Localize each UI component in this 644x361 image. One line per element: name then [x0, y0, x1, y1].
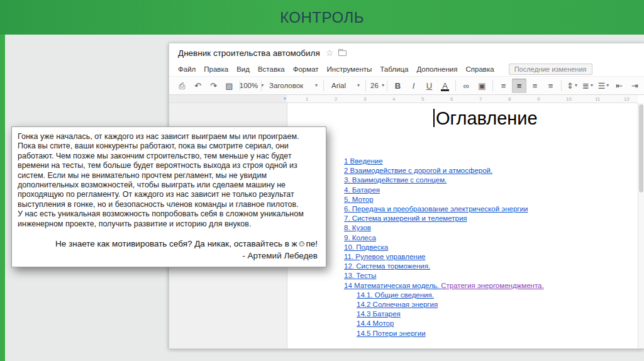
toc-link[interactable]: 14.3 Батарея — [357, 309, 638, 319]
align-justify-icon: ≡ — [548, 82, 553, 90]
align-right-button[interactable]: ≡ — [528, 79, 542, 93]
align-justify-button[interactable]: ≡ — [543, 79, 558, 93]
align-left-button[interactable]: ≡ — [496, 79, 511, 93]
quote-paragraph-2: У нас есть уникальная возможность попроб… — [18, 209, 319, 229]
font-family-dropdown[interactable]: Arial▾ — [327, 79, 362, 93]
toc-link[interactable]: 10. Подвеска — [344, 243, 638, 252]
line-spacing-dropdown[interactable]: ⇕▾ — [565, 79, 579, 93]
bulleted-list-dropdown[interactable]: ☰▾ — [596, 79, 611, 93]
toc-link[interactable]: 14.4 Мотор — [357, 319, 638, 328]
indent-marker-icon[interactable]: ▾ — [284, 96, 286, 101]
indent-increase-icon: ⇥ — [631, 82, 638, 90]
menu-item-4[interactable]: Вставка — [258, 65, 285, 73]
toc-link-text: 3. Взаимодействие с солнцем. — [344, 176, 447, 184]
quote-card: Гонка уже началась, от каждого из нас за… — [11, 126, 326, 267]
toc-link-text: 14 Математическая модель. — [344, 282, 441, 289]
toc-link[interactable]: 11. Рулевое управление — [344, 252, 638, 262]
redo-button[interactable]: ↷ — [206, 79, 221, 93]
font-family-value: Arial — [330, 82, 348, 89]
font-size-dropdown[interactable]: 26▾ — [369, 79, 384, 93]
toolbar-separator — [455, 81, 456, 91]
ruler-number: 12 — [624, 96, 630, 102]
line-spacing-icon: ⇕ — [567, 82, 574, 90]
ruler-number: 1 — [306, 96, 308, 102]
indent-decrease-button[interactable]: ⇤ — [612, 79, 626, 93]
underline-button[interactable]: U — [422, 79, 436, 93]
menu-item-1[interactable]: Файл — [178, 65, 196, 73]
toc-link[interactable]: 2 Взаимодействие с дорогой и атмосферой. — [344, 166, 638, 175]
toc-link[interactable]: 3. Взаимодействие с солнцем. — [344, 175, 638, 185]
font-size-value: 26 — [369, 82, 380, 89]
quote-author: - Артемий Лебедев — [18, 251, 319, 260]
undo-button[interactable]: ↶ — [191, 79, 205, 93]
toc-link[interactable]: 5. Мотор — [344, 195, 638, 204]
toc-link-text: 8. Кузов — [344, 224, 371, 231]
text-color-button[interactable]: A — [438, 79, 452, 93]
numbered-list-dropdown[interactable]: ≣▾ — [580, 79, 595, 93]
toc-link-text: 9. Колеса — [344, 234, 376, 242]
menu-item-7[interactable]: Таблица — [380, 65, 408, 73]
document-heading: Оглавление — [433, 108, 638, 129]
toc-link-text: 5. Мотор — [344, 196, 374, 203]
toc-link[interactable]: 8. Кузов — [344, 223, 638, 233]
italic-button[interactable]: I — [406, 79, 421, 93]
toc-link[interactable]: 4. Батарея — [344, 186, 638, 195]
vertical-scrollbar[interactable] — [638, 103, 644, 348]
last-changes-button[interactable]: Последние изменения — [509, 64, 592, 75]
toolbar-separator — [365, 81, 366, 91]
toc-link[interactable]: 7. Система измерений и телеметрия — [344, 214, 638, 223]
toc-link-text-visited: Стратегия энергоменджмента. — [441, 282, 543, 289]
toc-link[interactable]: 13. Тесты — [344, 271, 638, 280]
insert-image-icon: ▣ — [478, 82, 486, 90]
chevron-down-icon: ▾ — [315, 83, 318, 88]
toolbar-separator — [387, 81, 387, 91]
indent-increase-button[interactable]: ⇥ — [628, 79, 642, 93]
print-button[interactable]: ⎙ — [175, 79, 189, 93]
insert-link-icon: ∞ — [464, 82, 469, 90]
ruler-number: 2 — [335, 96, 337, 102]
scrollbar-thumb[interactable] — [639, 104, 643, 192]
toc-link-text: 10. Подвеска — [344, 243, 388, 251]
toc-link[interactable]: 14.5 Потери энергии — [357, 329, 638, 338]
star-icon[interactable]: ☆ — [326, 48, 334, 57]
doc-title[interactable]: Дневник строительства автомобиля — [178, 48, 320, 58]
menu-item-8[interactable]: Дополнения — [416, 65, 457, 73]
insert-image-button[interactable]: ▣ — [475, 79, 489, 93]
zoom-dropdown[interactable]: 100%▾ — [243, 79, 258, 93]
text-cursor — [433, 109, 435, 127]
paragraph-style-dropdown[interactable]: Заголовок▾ — [265, 79, 320, 93]
toc-link[interactable]: 14 Математическая модель. Стратегия энер… — [344, 281, 638, 291]
ruler-number: 4 — [392, 96, 395, 102]
paint-format-button[interactable]: ▨ — [222, 79, 236, 93]
menu-item-2[interactable]: Правка — [204, 65, 228, 73]
quote-motivation: Не знаете как мотивировать себя? Да ника… — [18, 238, 319, 249]
toc-link[interactable]: 14.2 Солнечная энергия — [357, 300, 638, 309]
toc-link[interactable]: 6. Передача и преобразование электрическ… — [344, 204, 638, 214]
chevron-down-icon: ▾ — [357, 83, 360, 88]
align-center-button[interactable]: ≡ — [512, 79, 526, 93]
menu-item-6[interactable]: Инструменты — [327, 65, 372, 73]
underline-icon: U — [426, 82, 432, 90]
bold-icon: B — [395, 82, 401, 90]
folder-icon[interactable] — [338, 50, 347, 56]
ruler: 123456789101112 ▾ — [169, 95, 638, 103]
undo-icon: ↶ — [194, 82, 201, 90]
document-page[interactable]: Оглавление 1 Введение2 Взаимодействие с … — [287, 103, 638, 348]
menu-item-9[interactable]: Справка — [466, 65, 494, 73]
toc-link[interactable]: 9. Колеса — [344, 233, 638, 243]
toolbar-separator — [561, 81, 562, 91]
insert-link-button[interactable]: ∞ — [459, 79, 474, 93]
ruler-number: 11 — [595, 96, 600, 102]
toc-link-text: 14.2 Солнечная энергия — [357, 301, 438, 308]
paragraph-style-value: Заголовок — [267, 82, 305, 89]
toc-link-text: 6. Передача и преобразование электрическ… — [344, 205, 528, 213]
print-icon: ⎙ — [179, 82, 185, 90]
chevron-down-icon: ▾ — [382, 83, 384, 88]
toc-link[interactable]: 12. Система торможения. — [344, 262, 638, 271]
toc-link[interactable]: 1 Введение — [344, 157, 638, 166]
zoom-value: 100% — [238, 82, 260, 89]
bold-button[interactable]: B — [391, 79, 405, 93]
toc-link[interactable]: 14.1. Общие сведения. — [357, 291, 638, 300]
menu-item-5[interactable]: Формат — [293, 65, 319, 73]
menu-item-3[interactable]: Вид — [236, 65, 250, 73]
